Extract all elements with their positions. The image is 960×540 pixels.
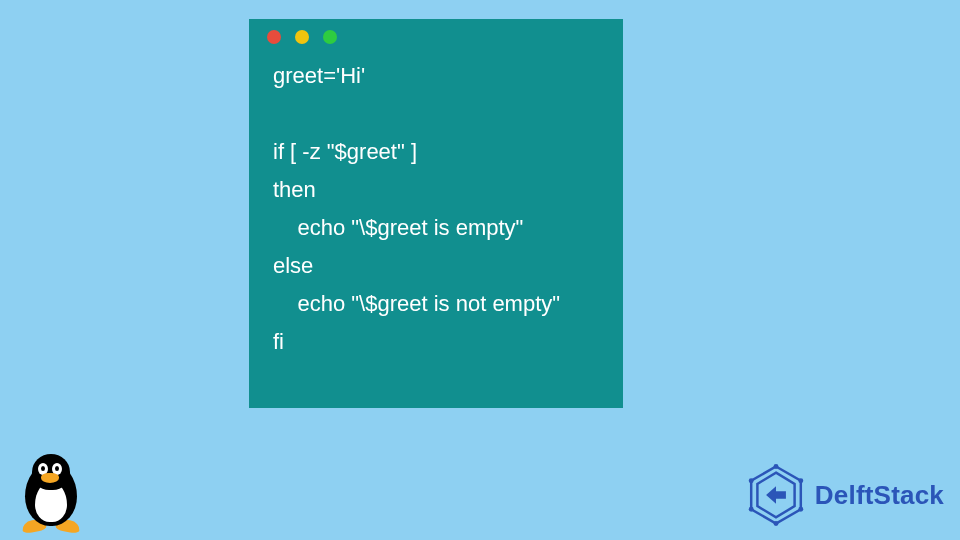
- window-titlebar: [249, 19, 623, 55]
- code-block: greet='Hi' if [ -z "$greet" ] then echo …: [249, 55, 623, 361]
- code-line: else: [273, 253, 313, 278]
- svg-point-5: [773, 521, 778, 526]
- code-line: echo "\$greet is not empty": [273, 291, 560, 316]
- code-line: if [ -z "$greet" ]: [273, 139, 417, 164]
- delftstack-wordmark: DelftStack: [815, 480, 944, 511]
- minimize-icon: [295, 30, 309, 44]
- maximize-icon: [323, 30, 337, 44]
- page-canvas: greet='Hi' if [ -z "$greet" ] then echo …: [0, 0, 960, 540]
- svg-marker-8: [766, 486, 786, 503]
- svg-point-3: [798, 478, 803, 483]
- close-icon: [267, 30, 281, 44]
- tux-icon: [16, 454, 86, 532]
- svg-point-7: [749, 478, 754, 483]
- code-line: greet='Hi': [273, 63, 365, 88]
- delftstack-icon: [745, 464, 807, 526]
- code-line: fi: [273, 329, 284, 354]
- svg-point-4: [798, 507, 803, 512]
- svg-point-6: [749, 507, 754, 512]
- code-line: then: [273, 177, 316, 202]
- delftstack-logo: DelftStack: [745, 464, 944, 526]
- svg-point-2: [773, 464, 778, 469]
- code-window: greet='Hi' if [ -z "$greet" ] then echo …: [249, 19, 623, 408]
- code-line: echo "\$greet is empty": [273, 215, 523, 240]
